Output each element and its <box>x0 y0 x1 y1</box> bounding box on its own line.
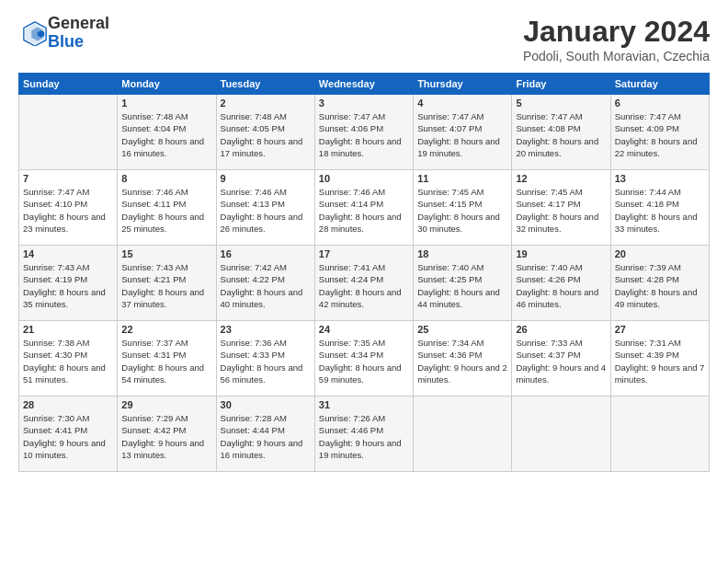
sunrise-text: Sunrise: 7:33 AM <box>516 338 582 348</box>
sunrise-text: Sunrise: 7:46 AM <box>121 187 188 197</box>
day-number: 27 <box>615 324 705 335</box>
sunset-text: Sunset: 4:21 PM <box>121 274 186 284</box>
sunrise-text: Sunrise: 7:36 AM <box>221 338 287 348</box>
cell-details: Sunrise: 7:26 AMSunset: 4:46 PMDaylight:… <box>319 412 409 461</box>
daylight-text: Daylight: 8 hours and 35 minutes. <box>23 287 106 309</box>
sunrise-text: Sunrise: 7:46 AM <box>319 187 385 197</box>
sunset-text: Sunset: 4:30 PM <box>23 350 87 360</box>
sunset-text: Sunset: 4:41 PM <box>23 425 87 435</box>
cell-w4d1: 21Sunrise: 7:38 AMSunset: 4:30 PMDayligh… <box>19 321 118 396</box>
cell-w2d3: 9Sunrise: 7:46 AMSunset: 4:13 PMDaylight… <box>216 170 314 246</box>
cell-details: Sunrise: 7:43 AMSunset: 4:21 PMDaylight:… <box>121 261 211 310</box>
cell-w4d6: 26Sunrise: 7:33 AMSunset: 4:37 PMDayligh… <box>512 321 610 396</box>
week-row-2: 7Sunrise: 7:47 AMSunset: 4:10 PMDaylight… <box>19 170 710 246</box>
cell-w3d6: 19Sunrise: 7:40 AMSunset: 4:26 PMDayligh… <box>512 246 610 321</box>
cell-w5d3: 30Sunrise: 7:28 AMSunset: 4:44 PMDayligh… <box>216 396 314 472</box>
sunrise-text: Sunrise: 7:41 AM <box>319 262 385 272</box>
sunrise-text: Sunrise: 7:47 AM <box>516 111 582 121</box>
daylight-text: Daylight: 9 hours and 4 minutes. <box>516 362 606 385</box>
sunrise-text: Sunrise: 7:42 AM <box>221 262 287 272</box>
day-number: 24 <box>319 324 409 335</box>
daylight-text: Daylight: 8 hours and 44 minutes. <box>417 287 500 309</box>
week-row-4: 21Sunrise: 7:38 AMSunset: 4:30 PMDayligh… <box>19 321 710 396</box>
daylight-text: Daylight: 9 hours and 2 minutes. <box>417 362 507 385</box>
cell-details: Sunrise: 7:39 AMSunset: 4:28 PMDaylight:… <box>615 261 705 310</box>
col-saturday: Saturday <box>610 74 709 95</box>
sunrise-text: Sunrise: 7:44 AM <box>615 187 681 197</box>
daylight-text: Daylight: 9 hours and 16 minutes. <box>221 438 303 460</box>
day-number: 19 <box>516 248 606 259</box>
daylight-text: Daylight: 8 hours and 37 minutes. <box>121 287 204 309</box>
sunset-text: Sunset: 4:10 PM <box>23 199 87 209</box>
cell-details: Sunrise: 7:48 AMSunset: 4:04 PMDaylight:… <box>121 110 211 159</box>
cell-details: Sunrise: 7:47 AMSunset: 4:10 PMDaylight:… <box>23 186 113 235</box>
cell-w5d2: 29Sunrise: 7:29 AMSunset: 4:42 PMDayligh… <box>118 396 216 472</box>
cell-w2d7: 13Sunrise: 7:44 AMSunset: 4:18 PMDayligh… <box>610 170 709 246</box>
sunset-text: Sunset: 4:25 PM <box>417 274 482 284</box>
cell-details: Sunrise: 7:46 AMSunset: 4:14 PMDaylight:… <box>319 186 409 235</box>
cell-details: Sunrise: 7:28 AMSunset: 4:44 PMDaylight:… <box>221 412 311 461</box>
sunrise-text: Sunrise: 7:43 AM <box>121 262 188 272</box>
cell-details: Sunrise: 7:47 AMSunset: 4:09 PMDaylight:… <box>615 110 705 159</box>
sunrise-text: Sunrise: 7:31 AM <box>615 338 681 348</box>
sunrise-text: Sunrise: 7:48 AM <box>121 111 188 121</box>
day-number: 8 <box>121 173 211 184</box>
cell-details: Sunrise: 7:34 AMSunset: 4:36 PMDaylight:… <box>417 337 507 385</box>
daylight-text: Daylight: 8 hours and 54 minutes. <box>121 362 204 385</box>
sunrise-text: Sunrise: 7:45 AM <box>417 187 483 197</box>
cell-w4d5: 25Sunrise: 7:34 AMSunset: 4:36 PMDayligh… <box>414 321 512 396</box>
sunrise-text: Sunrise: 7:47 AM <box>417 111 483 121</box>
day-number: 31 <box>319 399 409 410</box>
daylight-text: Daylight: 8 hours and 59 minutes. <box>319 362 402 385</box>
day-number: 13 <box>615 173 705 184</box>
col-sunday: Sunday <box>19 74 118 95</box>
cell-details: Sunrise: 7:42 AMSunset: 4:22 PMDaylight:… <box>221 261 311 310</box>
sunset-text: Sunset: 4:42 PM <box>121 425 186 435</box>
day-number: 20 <box>615 248 705 259</box>
cell-w1d5: 4Sunrise: 7:47 AMSunset: 4:07 PMDaylight… <box>414 95 512 170</box>
sunset-text: Sunset: 4:39 PM <box>615 350 679 360</box>
logo-blue: Blue <box>48 33 109 52</box>
sunset-text: Sunset: 4:17 PM <box>516 199 580 209</box>
col-friday: Friday <box>512 74 610 95</box>
title-block: January 2024 Podoli, South Moravian, Cze… <box>523 15 710 63</box>
daylight-text: Daylight: 8 hours and 30 minutes. <box>417 212 500 234</box>
day-number: 14 <box>23 248 113 259</box>
cell-w3d7: 20Sunrise: 7:39 AMSunset: 4:28 PMDayligh… <box>610 246 709 321</box>
day-number: 11 <box>417 173 507 184</box>
sunrise-text: Sunrise: 7:46 AM <box>221 187 287 197</box>
cell-w1d6: 5Sunrise: 7:47 AMSunset: 4:08 PMDaylight… <box>512 95 610 170</box>
cell-details: Sunrise: 7:44 AMSunset: 4:18 PMDaylight:… <box>615 186 705 235</box>
daylight-text: Daylight: 9 hours and 13 minutes. <box>121 438 204 460</box>
cell-w1d3: 2Sunrise: 7:48 AMSunset: 4:05 PMDaylight… <box>216 95 314 170</box>
cell-details: Sunrise: 7:37 AMSunset: 4:31 PMDaylight:… <box>121 337 211 385</box>
sunrise-text: Sunrise: 7:40 AM <box>516 262 582 272</box>
day-number: 30 <box>221 399 311 410</box>
col-monday: Monday <box>118 74 216 95</box>
daylight-text: Daylight: 8 hours and 42 minutes. <box>319 287 402 309</box>
day-number: 1 <box>121 98 211 109</box>
sunrise-text: Sunrise: 7:30 AM <box>23 413 89 423</box>
cell-details: Sunrise: 7:31 AMSunset: 4:39 PMDaylight:… <box>615 337 705 385</box>
sunset-text: Sunset: 4:37 PM <box>516 350 580 360</box>
sunrise-text: Sunrise: 7:29 AM <box>121 413 188 423</box>
logo-icon <box>22 20 48 46</box>
week-row-5: 28Sunrise: 7:30 AMSunset: 4:41 PMDayligh… <box>19 396 710 472</box>
cell-details: Sunrise: 7:43 AMSunset: 4:19 PMDaylight:… <box>23 261 113 310</box>
cell-w5d6 <box>512 396 610 472</box>
daylight-text: Daylight: 8 hours and 16 minutes. <box>121 136 204 158</box>
col-tuesday: Tuesday <box>216 74 314 95</box>
day-number: 9 <box>221 173 311 184</box>
header: General Blue January 2024 Podoli, South … <box>18 15 710 63</box>
cell-details: Sunrise: 7:41 AMSunset: 4:24 PMDaylight:… <box>319 261 409 310</box>
sunset-text: Sunset: 4:44 PM <box>221 425 285 435</box>
sunset-text: Sunset: 4:15 PM <box>417 199 482 209</box>
cell-w5d1: 28Sunrise: 7:30 AMSunset: 4:41 PMDayligh… <box>19 396 118 472</box>
cell-details: Sunrise: 7:45 AMSunset: 4:15 PMDaylight:… <box>417 186 507 235</box>
day-number: 3 <box>319 98 409 109</box>
daylight-text: Daylight: 8 hours and 56 minutes. <box>221 362 303 385</box>
logo: General Blue <box>18 15 109 52</box>
daylight-text: Daylight: 8 hours and 26 minutes. <box>221 212 303 234</box>
daylight-text: Daylight: 8 hours and 49 minutes. <box>615 287 698 309</box>
daylight-text: Daylight: 8 hours and 46 minutes. <box>516 287 598 309</box>
